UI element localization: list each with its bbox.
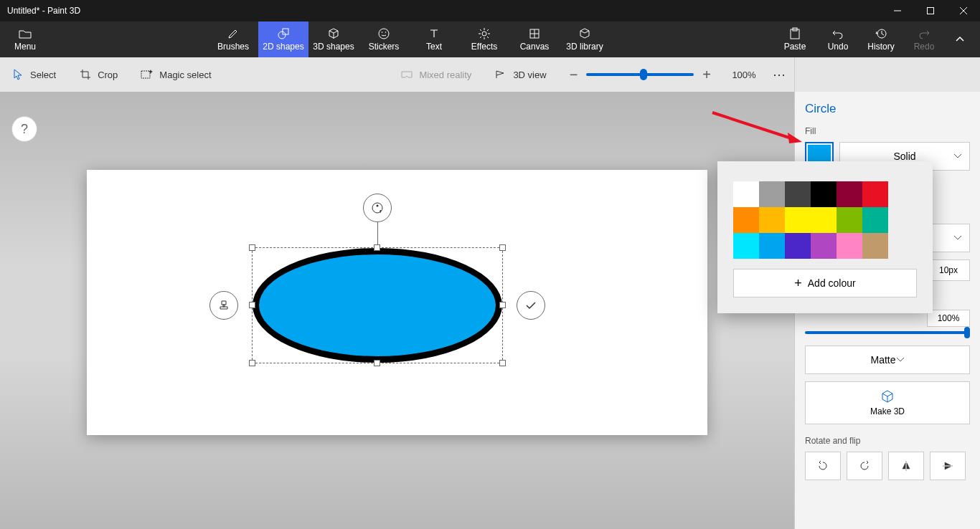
ribbon: Menu Brushes 2D shapes 3D shapes Sticker… (0, 22, 980, 57)
palette-color[interactable] (785, 233, 811, 259)
color-palette (733, 181, 917, 259)
palette-color[interactable] (785, 181, 811, 207)
palette-color[interactable] (837, 207, 862, 233)
help-button[interactable]: ? (11, 116, 37, 142)
effects-icon (478, 27, 491, 40)
history-button[interactable]: History (859, 27, 903, 52)
resize-handle-mr[interactable] (499, 302, 506, 308)
tab-effects[interactable]: Effects (459, 22, 509, 57)
palette-color[interactable] (811, 207, 837, 233)
resize-handle-bl[interactable] (249, 360, 255, 366)
tab-3d-shapes[interactable]: 3D shapes (308, 22, 359, 57)
crop-tool[interactable]: Crop (67, 57, 129, 92)
svg-rect-24 (141, 71, 150, 78)
folder-icon (19, 27, 32, 40)
chevron-down-icon (953, 153, 962, 159)
palette-color[interactable] (837, 181, 862, 207)
opacity-slider[interactable] (805, 331, 970, 334)
svg-point-8 (385, 32, 387, 33)
tab-brushes[interactable]: Brushes (208, 22, 258, 57)
undo-button[interactable]: Undo (816, 27, 859, 52)
toolbar: Select Crop Magic select Mixed reality 3… (0, 57, 980, 92)
canvas[interactable] (87, 170, 707, 435)
palette-color[interactable] (733, 207, 759, 233)
opacity-input[interactable]: 100% (927, 310, 970, 327)
add-colour-button[interactable]: + Add colour (733, 269, 917, 297)
paste-button[interactable]: Paste (773, 27, 816, 52)
mixed-reality-button: Mixed reality (389, 57, 483, 92)
cursor-icon (11, 68, 24, 81)
zoom-percent[interactable]: 100% (722, 70, 765, 80)
ellipse-shape[interactable] (253, 248, 502, 363)
redo-button: Redo (903, 27, 946, 52)
svg-line-15 (487, 37, 489, 38)
svg-rect-1 (928, 8, 934, 14)
resize-handle-tl[interactable] (249, 244, 255, 251)
tab-3d-library[interactable]: 3D library (560, 22, 610, 57)
flag-icon (494, 68, 507, 81)
minimize-button[interactable] (881, 0, 914, 22)
flip-horizontal-button[interactable] (888, 452, 924, 480)
chevron-down-icon (953, 235, 962, 241)
maximize-button[interactable] (914, 0, 947, 22)
mixed-reality-icon (400, 68, 413, 81)
brush-icon (227, 27, 240, 40)
history-icon (875, 27, 887, 40)
svg-point-6 (379, 29, 389, 39)
menu-button[interactable]: Menu (0, 22, 50, 57)
zoom-slider[interactable] (586, 73, 694, 76)
resize-handle-br[interactable] (499, 360, 506, 366)
make-3d-button[interactable]: Make 3D (805, 381, 970, 424)
svg-line-14 (480, 29, 481, 31)
tab-stickers[interactable]: Stickers (359, 22, 409, 57)
palette-color[interactable] (759, 207, 785, 233)
magic-select-tool[interactable]: Magic select (129, 57, 222, 92)
palette-color[interactable] (785, 207, 811, 233)
resize-handle-bm[interactable] (374, 360, 380, 366)
canvas-area: ? (0, 92, 794, 529)
selection-box[interactable] (252, 247, 503, 363)
palette-color[interactable] (733, 181, 759, 207)
resize-handle-tr[interactable] (499, 244, 506, 251)
menu-label: Menu (14, 42, 36, 52)
select-tool[interactable]: Select (0, 57, 67, 92)
commit-button[interactable] (517, 291, 545, 320)
material-dropdown[interactable]: Matte (805, 345, 970, 374)
title-bar: Untitled* - Paint 3D (0, 0, 980, 22)
3d-view-button[interactable]: 3D view (483, 57, 557, 92)
rotate-right-button[interactable] (847, 452, 882, 480)
flip-vertical-button[interactable] (930, 452, 966, 480)
palette-color[interactable] (862, 233, 888, 259)
palette-color[interactable] (862, 207, 888, 233)
palette-color[interactable] (862, 181, 888, 207)
close-button[interactable] (947, 0, 980, 22)
zoom-in-button[interactable]: + (702, 67, 711, 83)
svg-point-9 (482, 32, 486, 36)
palette-color[interactable] (811, 181, 837, 207)
stamp-button[interactable] (209, 291, 238, 320)
more-button[interactable]: ⋯ (765, 67, 794, 82)
expand-panel-button[interactable] (946, 34, 974, 44)
crop-icon (79, 68, 92, 81)
resize-handle-ml[interactable] (249, 302, 255, 308)
library-3d-icon (578, 27, 591, 40)
tab-2d-shapes[interactable]: 2D shapes (258, 22, 308, 57)
rotate-button[interactable] (363, 194, 392, 222)
zoom-out-button[interactable]: − (570, 67, 578, 83)
svg-point-4 (278, 32, 286, 39)
rotate-line (377, 221, 378, 244)
palette-color[interactable] (837, 233, 862, 259)
redo-icon (918, 27, 930, 40)
palette-color[interactable] (733, 233, 759, 259)
palette-color[interactable] (759, 181, 785, 207)
text-icon (428, 27, 440, 40)
tab-canvas[interactable]: Canvas (509, 22, 560, 57)
chevron-down-icon (896, 357, 905, 363)
palette-color[interactable] (759, 233, 785, 259)
rotate-left-button[interactable] (805, 452, 841, 480)
palette-color[interactable] (811, 233, 837, 259)
thickness-input[interactable]: 10px (927, 259, 970, 281)
resize-handle-tm[interactable] (374, 244, 380, 251)
cube-icon (880, 389, 895, 404)
tab-text[interactable]: Text (409, 22, 459, 57)
